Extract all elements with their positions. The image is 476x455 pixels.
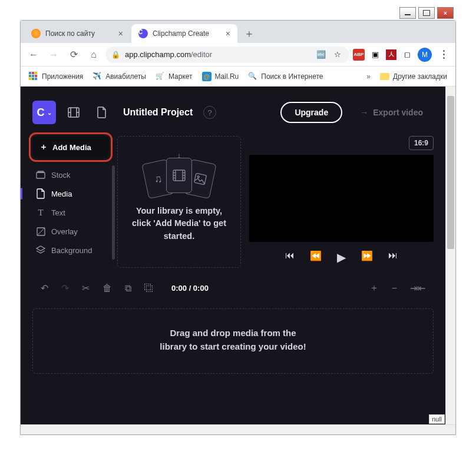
window-controls: × [399, 7, 454, 19]
horizontal-scrollbar[interactable] [21, 424, 455, 434]
document-icon[interactable] [91, 102, 113, 123]
plane-icon: ✈️ [92, 72, 102, 81]
app-header: C ⌄ Untitled Project ? Upgrade → Export … [32, 97, 434, 128]
bookmark-market[interactable]: 🛒 Маркет [152, 69, 196, 84]
bookmark-mailru[interactable]: @ Mail.Ru [199, 69, 243, 84]
abp-extension-icon[interactable]: ABP [353, 49, 365, 61]
library-panel: ↓ ♫ Your library is empty, click 'Add Me… [117, 136, 241, 268]
tab-title: Поиск по сайту [45, 29, 114, 38]
film-card-icon [166, 158, 192, 193]
svg-rect-5 [37, 172, 45, 178]
zoom-out-button[interactable]: − [392, 283, 397, 294]
at-icon: @ [202, 72, 211, 81]
translate-icon[interactable]: 🔤 [315, 49, 327, 61]
url-text: app.clipchamp.com/editor [125, 50, 310, 59]
extension-pdf-icon[interactable]: 人 [386, 49, 396, 60]
browser-tab-1[interactable]: Поиск по сайту × [24, 24, 130, 43]
star-icon[interactable]: ☆ [332, 49, 343, 61]
svg-rect-6 [38, 171, 44, 172]
preview-canvas[interactable] [249, 155, 434, 242]
window-maximize-button[interactable] [418, 7, 435, 19]
svg-point-18 [197, 176, 200, 178]
search-icon: 🔍 [248, 72, 257, 81]
export-video-button[interactable]: → Export video [349, 103, 434, 122]
apps-grid-icon [29, 72, 38, 81]
forward-button[interactable]: ⏩ [361, 250, 373, 264]
arrow-right-icon: → [360, 108, 368, 117]
tab-close-icon[interactable]: × [118, 29, 123, 38]
skip-end-button[interactable]: ⏭ [388, 250, 398, 264]
redo-button[interactable]: ↷ [61, 283, 69, 294]
layers-icon [36, 245, 45, 255]
favicon-clipchamp-icon: C [138, 29, 148, 38]
lock-icon: 🔒 [111, 51, 120, 59]
help-icon[interactable]: ? [203, 106, 216, 119]
vertical-scrollbar[interactable] [445, 87, 455, 424]
address-bar[interactable]: 🔒 app.clipchamp.com/editor 🔤 ☆ [105, 47, 349, 63]
aspect-ratio-button[interactable]: 16:9 [409, 136, 434, 150]
bookmark-apps[interactable]: Приложения [25, 69, 87, 84]
folder-icon [380, 73, 389, 80]
undo-button[interactable]: ↶ [41, 283, 48, 294]
stock-icon [36, 170, 45, 180]
chrome-menu-button[interactable] [437, 47, 451, 63]
null-status-label: null [429, 414, 445, 424]
bookmark-search[interactable]: 🔍 Поиск в Интернете [244, 69, 326, 84]
browser-toolbar: ← → ⟳ ⌂ 🔒 app.clipchamp.com/editor 🔤 ☆ A… [21, 43, 455, 67]
upgrade-button[interactable]: Upgrade [280, 102, 342, 123]
templates-icon[interactable] [63, 102, 84, 123]
plus-icon: ＋ [39, 142, 48, 152]
sidebar-item-stock[interactable]: Stock [32, 165, 109, 184]
project-title[interactable]: Untitled Project [123, 107, 193, 118]
rewind-button[interactable]: ⏪ [310, 250, 322, 264]
timeline-toolbar: ↶ ↷ ✂ 🗑 ⧉ ⿻ 0:00 / 0:00 ＋ − ⇥⇤ [32, 276, 434, 300]
text-icon: T [36, 208, 45, 217]
media-icon [36, 189, 45, 198]
duplicate-button[interactable]: ⿻ [144, 283, 154, 294]
library-empty-text: Your library is empty, click 'Add Media'… [132, 205, 226, 242]
delete-button[interactable]: 🗑 [103, 283, 112, 294]
skip-start-button[interactable]: ⏮ [285, 250, 295, 264]
sidebar-item-overlay[interactable]: Overlay [32, 222, 109, 241]
timeline-dropzone[interactable]: Drag and drop media from the library to … [32, 308, 434, 374]
copy-button[interactable]: ⧉ [125, 283, 131, 294]
play-button[interactable]: ▶ [337, 250, 346, 264]
zoom-in-button[interactable]: ＋ [369, 282, 379, 294]
bookmark-avia[interactable]: ✈️ Авиабилеты [89, 69, 150, 84]
overlay-icon [36, 227, 45, 236]
tab-title: Clipchamp Create [153, 29, 221, 38]
tab-close-icon[interactable]: × [226, 29, 230, 38]
bookmarks-bar: Приложения ✈️ Авиабилеты 🛒 Маркет @ Mail… [21, 67, 455, 87]
add-media-button[interactable]: ＋ Add Media [32, 136, 109, 158]
extension-cast-icon[interactable]: ▣ [369, 49, 381, 61]
bookmark-overflow-button[interactable]: » [363, 72, 374, 81]
chevron-down-icon: ⌄ [47, 109, 52, 116]
window-minimize-button[interactable] [399, 7, 416, 19]
fit-button[interactable]: ⇥⇤ [410, 283, 425, 294]
sidebar-item-media[interactable]: Media [32, 184, 109, 203]
forward-button[interactable]: → [45, 47, 62, 63]
browser-tab-strip: Поиск по сайту × C Clipchamp Create × ＋ [21, 21, 455, 43]
cut-button[interactable]: ✂ [82, 283, 90, 294]
profile-avatar[interactable]: M [418, 48, 432, 62]
timeline-time: 0:00 / 0:00 [171, 284, 209, 293]
app-viewport: C ⌄ Untitled Project ? Upgrade → Export … [21, 87, 455, 434]
sidebar-item-background[interactable]: Background [32, 241, 109, 260]
back-button[interactable]: ← [25, 47, 42, 63]
library-empty-illustration: ↓ ♫ [145, 161, 213, 197]
window-close-button[interactable]: × [437, 7, 454, 19]
favicon-orange-icon [31, 29, 41, 38]
extension-puzzle-icon[interactable]: ◻ [401, 49, 413, 61]
browser-tab-2[interactable]: C Clipchamp Create × [131, 24, 237, 43]
sidebar-item-text[interactable]: T Text [32, 203, 109, 222]
app-logo-menu[interactable]: C ⌄ [32, 101, 56, 124]
svg-rect-17 [194, 174, 207, 185]
cart-icon: 🛒 [156, 72, 165, 81]
playback-controls: ⏮ ⏪ ▶ ⏩ ⏭ [249, 247, 434, 268]
home-button[interactable]: ⌂ [85, 47, 102, 63]
reload-button[interactable]: ⟳ [65, 47, 82, 63]
new-tab-button[interactable]: ＋ [241, 25, 257, 42]
bookmark-other[interactable]: Другие закладки [376, 70, 451, 83]
